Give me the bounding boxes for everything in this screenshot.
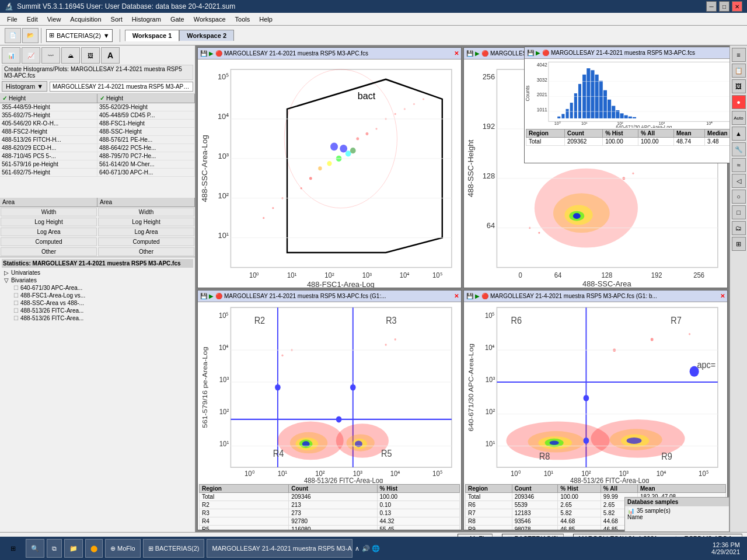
plot3-icon-color[interactable]: 🔴 <box>215 293 222 299</box>
hist-icon-color[interactable]: 🔴 <box>542 50 549 56</box>
rt-btn-circle[interactable]: ○ <box>732 190 746 204</box>
workspace-tab-2[interactable]: Workspace 2 <box>179 30 234 41</box>
menu-tools[interactable]: Tools <box>231 15 255 24</box>
histogram-dropdown[interactable]: Histogram ▼ <box>2 81 47 92</box>
param-row-9[interactable]: 561-692/75-Height640-671/30 APC-H... <box>0 169 195 177</box>
menu-help[interactable]: Help <box>254 15 277 24</box>
param-row-8[interactable]: 561-579/16 pe-Height561-614/20 M-Cher... <box>0 160 195 169</box>
bivariates-item[interactable]: ▽ Bivariates <box>2 276 193 284</box>
taskbar-search[interactable]: 🔍 <box>26 539 44 558</box>
plot2-icon-color[interactable]: 🔴 <box>481 50 488 57</box>
taskbar-explorer[interactable]: 📁 <box>64 539 83 558</box>
rt-btn-folder[interactable]: 🗂 <box>732 221 746 235</box>
param-row-5[interactable]: 488-513/26 FITCH-H...488-576/21 PE-He... <box>0 136 195 144</box>
bivariate-item-2[interactable]: ☐488-FSC1-Area-Log vs... <box>11 292 193 299</box>
bivariate-item-5[interactable]: ☐488-513/26 FITC-Area... <box>11 314 193 322</box>
type-computed-1[interactable]: Computed <box>1 237 97 246</box>
hist-icon-5[interactable]: 🖼 <box>81 47 100 64</box>
univariates-item[interactable]: ▷ Univariates <box>2 269 193 276</box>
svg-point-24 <box>345 150 351 156</box>
taskbar-taskview[interactable]: ⧉ <box>47 539 62 558</box>
close-button[interactable]: ✕ <box>732 1 742 12</box>
maximize-button[interactable]: □ <box>719 1 729 12</box>
menu-histogram[interactable]: Histogram <box>127 15 166 24</box>
plot3-icon-save[interactable]: 💾 <box>200 293 207 299</box>
plot4-icon-save[interactable]: 💾 <box>466 293 473 299</box>
type-other-2[interactable]: Other <box>98 247 194 256</box>
histogram-file-dropdown[interactable]: MARGOLLESAY 21-4-2021 muestra RSP5 M3-AP… <box>50 82 193 92</box>
taskbar-app-moflo[interactable]: ⊕ MoFlo <box>105 539 141 558</box>
plot3-icon-forward[interactable]: ▶ <box>209 293 214 299</box>
rt-btn-4[interactable]: ● <box>732 95 746 109</box>
menu-file[interactable]: File <box>2 15 22 24</box>
taskbar-app-bacterias[interactable]: ⊞ BACTERIAS(2) <box>143 539 205 558</box>
type-logarea-1[interactable]: Log Area <box>1 228 97 236</box>
menu-gate[interactable]: Gate <box>166 15 189 24</box>
rt-btn-1[interactable]: ≡ <box>732 48 746 62</box>
svg-text:10⁴: 10⁴ <box>390 469 400 478</box>
hist-icon-1[interactable]: 📊 <box>2 47 20 64</box>
bivariate-item-1[interactable]: ☐640-671/30 APC-Area... <box>11 284 193 292</box>
rt-btn-wave[interactable]: ≈ <box>732 158 746 172</box>
type-width-1[interactable]: Width <box>1 208 97 216</box>
hist-icon-save[interactable]: 💾 <box>527 50 534 56</box>
type-other-1[interactable]: Other <box>1 247 97 256</box>
workspace-tab-1[interactable]: Workspace 1 <box>125 30 180 41</box>
svg-rect-174 <box>620 113 623 118</box>
hist-icon-2[interactable]: 📈 <box>22 47 40 64</box>
rt-btn-grid[interactable]: ⊞ <box>732 237 746 251</box>
menu-view[interactable]: View <box>43 15 66 24</box>
hist-icon-4[interactable]: ⛰ <box>61 47 80 64</box>
param-row-4[interactable]: 488-FSC2-Height488-SSC-Height <box>0 128 195 136</box>
hist-icon-6[interactable]: A <box>101 47 120 64</box>
hist-icon-3[interactable]: 〰 <box>41 47 60 64</box>
rt-btn-triangle[interactable]: ▲ <box>732 127 746 141</box>
taskbar-chrome[interactable]: ⬤ <box>85 539 103 558</box>
type-logheight-2[interactable]: Log Height <box>98 218 194 226</box>
taskbar-app-file[interactable]: MARGOLLESAY 21-4-2021 muestra RSP5 M3-AP… <box>207 539 352 558</box>
svg-rect-171 <box>608 100 611 118</box>
plot4-icon-color[interactable]: 🔴 <box>481 293 488 299</box>
menu-acquisition[interactable]: Acquisition <box>65 15 106 24</box>
start-button[interactable]: ⊞ <box>2 538 23 559</box>
plot4-icon-forward[interactable]: ▶ <box>475 293 480 299</box>
rt-btn-square[interactable]: □ <box>732 205 746 219</box>
type-computed-2[interactable]: Computed <box>98 237 194 246</box>
plot1-icon-forward[interactable]: ▶ <box>209 50 214 57</box>
rt-btn-3[interactable]: 🖼 <box>732 79 746 93</box>
window-controls[interactable]: ─ □ ✕ <box>706 1 742 12</box>
workspace-selector[interactable]: ⊞ BACTERIAS(2) ▼ <box>46 29 113 42</box>
param-row-2[interactable]: 355-692/75-Height405-448/59 CD45 P... <box>0 111 195 120</box>
rt-btn-arrow[interactable]: ◁ <box>732 174 746 188</box>
rt-btn-2[interactable]: 📋 <box>732 64 746 78</box>
menu-workspace[interactable]: Workspace <box>189 15 231 24</box>
svg-text:10⁵: 10⁵ <box>218 72 229 81</box>
new-button[interactable]: 📄 <box>5 28 21 43</box>
menu-sort[interactable]: Sort <box>106 15 127 24</box>
type-logheight-1[interactable]: Log Height <box>1 218 97 226</box>
param-row-1[interactable]: 355-448/59-Height355-620/29-Height <box>0 103 195 111</box>
param-row-6[interactable]: 488-620/29 ECD-H...488-664/22 PC5-He... <box>0 144 195 152</box>
minimize-button[interactable]: ─ <box>706 1 717 12</box>
plot1-icon-save[interactable]: 💾 <box>200 50 207 57</box>
plot3-close-btn[interactable]: ✕ <box>454 293 459 299</box>
plot4-close-btn[interactable]: ✕ <box>720 293 725 299</box>
menu-edit[interactable]: Edit <box>22 15 43 24</box>
bivariate-item-3[interactable]: ☐488-SSC-Area vs 488-... <box>11 299 193 307</box>
plot2-icon-save[interactable]: 💾 <box>466 50 473 57</box>
svg-rect-159 <box>557 117 560 118</box>
p4-col-hist: % Hist <box>558 485 601 493</box>
plot1-icon-color[interactable]: 🔴 <box>215 50 222 57</box>
param-row-7[interactable]: 488-710/45 PC5 5-...488-795/70 PC7-He... <box>0 152 195 160</box>
type-width-2[interactable]: Width <box>98 208 194 216</box>
plot2-icon-forward[interactable]: ▶ <box>475 50 480 57</box>
open-button[interactable]: 📂 <box>22 28 39 43</box>
type-logarea-2[interactable]: Log Area <box>98 228 194 236</box>
plot1-close-btn[interactable]: ✕ <box>454 50 459 57</box>
param-row-3[interactable]: 405-546/20 KR-O-H...488-FSC1-Height <box>0 120 195 128</box>
plot1-titlebar: 💾 ▶ 🔴 MARGOLLESAY 21-4-2021 muestra RSP5… <box>198 48 461 60</box>
hist-icon-forward[interactable]: ▶ <box>536 50 540 56</box>
bivariate-item-4[interactable]: ☐488-513/26 FITC-Area... <box>11 307 193 314</box>
rt-btn-wrench[interactable]: 🔧 <box>732 142 746 156</box>
rt-btn-auto[interactable]: Auto <box>732 111 746 125</box>
